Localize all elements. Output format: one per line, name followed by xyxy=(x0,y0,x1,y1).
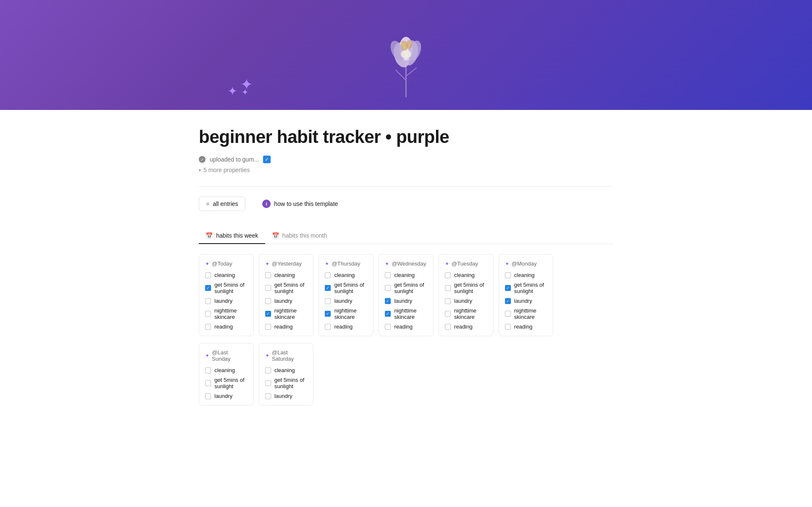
checkbox-checked[interactable]: ✓ xyxy=(325,285,331,291)
day-title-text: @Thursday xyxy=(332,260,360,267)
property-checkbox[interactable]: ✓ xyxy=(263,156,271,163)
checkbox-checked[interactable]: ✓ xyxy=(385,298,391,304)
habit-label: laundry xyxy=(214,393,233,399)
habit-item: cleaning xyxy=(205,367,247,373)
day-card: ✦@Todaycleaning✓get 5mins of sunlightlau… xyxy=(199,254,254,336)
checkbox-unchecked[interactable] xyxy=(205,298,211,304)
checkbox-unchecked[interactable] xyxy=(445,324,451,330)
more-properties-toggle[interactable]: ▾ 5 more properties xyxy=(199,167,613,173)
habit-item: laundry xyxy=(325,298,367,304)
checkbox-checked[interactable]: ✓ xyxy=(265,311,271,317)
checkbox-unchecked[interactable] xyxy=(445,298,451,304)
checkbox-unchecked[interactable] xyxy=(505,311,511,317)
day-card: ✦@Yesterdaycleaningget 5mins of sunlight… xyxy=(259,254,314,336)
day-title-text: @Today xyxy=(212,260,232,267)
day-card: ✦@Last Saturdaycleaningget 5mins of sunl… xyxy=(259,343,314,406)
habit-item: laundry xyxy=(265,298,307,304)
checkbox-unchecked[interactable] xyxy=(385,324,391,330)
habit-label: get 5mins of sunlight xyxy=(394,282,427,294)
checkbox-unchecked[interactable] xyxy=(205,311,211,317)
habit-item: cleaning xyxy=(385,272,427,278)
checkbox-unchecked[interactable] xyxy=(325,272,331,278)
sparkle-icon: ✦ xyxy=(385,261,389,267)
all-entries-button[interactable]: ≡ all entries xyxy=(199,197,245,211)
checkbox-unchecked[interactable] xyxy=(265,272,271,278)
svg-line-2 xyxy=(406,68,417,76)
day-card: ✦@Wednesdaycleaningget 5mins of sunlight… xyxy=(379,254,433,336)
checkbox-checked[interactable]: ✓ xyxy=(505,285,511,291)
checkbox-unchecked[interactable] xyxy=(205,367,211,373)
checkbox-unchecked[interactable] xyxy=(505,324,511,330)
habit-label: get 5mins of sunlight xyxy=(454,282,487,294)
tab-habits-week[interactable]: 📅 habits this week xyxy=(199,228,265,244)
habit-label: cleaning xyxy=(214,367,235,373)
checkbox-unchecked[interactable] xyxy=(385,285,391,291)
habit-item: ✓get 5mins of sunlight xyxy=(205,282,247,294)
habit-item: cleaning xyxy=(265,272,307,278)
checkbox-checked[interactable]: ✓ xyxy=(385,311,391,317)
tab-month-label: habits this month xyxy=(283,232,327,239)
habit-label: get 5mins of sunlight xyxy=(274,377,307,389)
habit-label: reading xyxy=(394,323,412,330)
habit-label: nighttime skincare xyxy=(454,307,487,320)
checkbox-unchecked[interactable] xyxy=(325,324,331,330)
habit-label: laundry xyxy=(274,298,293,304)
checkbox-checked[interactable]: ✓ xyxy=(325,311,331,317)
habit-label: laundry xyxy=(274,393,293,399)
checkbox-unchecked[interactable] xyxy=(265,298,271,304)
checkbox-unchecked[interactable] xyxy=(445,311,451,317)
calendar-icon-week: 📅 xyxy=(206,232,213,239)
sparkle-icon: ✦ xyxy=(265,353,269,359)
day-title-text: @Last Saturday xyxy=(272,349,307,362)
checkbox-unchecked[interactable] xyxy=(265,285,271,291)
checkbox-unchecked[interactable] xyxy=(205,393,211,399)
sparkle-decoration: ✦ ✦ ✦ xyxy=(228,85,249,97)
habit-label: cleaning xyxy=(334,272,354,278)
habit-label: reading xyxy=(274,323,293,330)
checkbox-unchecked[interactable] xyxy=(325,298,331,304)
sparkle-icon: ✦ xyxy=(205,261,209,267)
day-card: ✦@Thursdaycleaning✓get 5mins of sunlight… xyxy=(318,254,373,336)
day-card-title: ✦@Today xyxy=(205,260,247,267)
checkbox-unchecked[interactable] xyxy=(265,324,271,330)
habit-item: get 5mins of sunlight xyxy=(205,377,247,389)
habit-label: laundry xyxy=(454,298,472,304)
habit-label: reading xyxy=(334,323,352,330)
day-card-title: ✦@Monday xyxy=(505,260,547,267)
checkbox-unchecked[interactable] xyxy=(265,393,271,399)
checkbox-unchecked[interactable] xyxy=(385,272,391,278)
habit-item: ✓nighttime skincare xyxy=(265,307,307,320)
habit-label: cleaning xyxy=(274,272,295,278)
habit-label: cleaning xyxy=(394,272,414,278)
divider xyxy=(199,186,613,186)
checkbox-unchecked[interactable] xyxy=(205,324,211,330)
checkbox-unchecked[interactable] xyxy=(265,380,271,386)
property-label: uploaded to gum... xyxy=(210,156,259,163)
habit-item: nighttime skincare xyxy=(205,307,247,320)
how-to-use-link[interactable]: i how to use this template xyxy=(262,200,338,208)
day-card: ✦@Tuesdaycleaningget 5mins of sunlightla… xyxy=(439,254,494,336)
checkbox-checked[interactable]: ✓ xyxy=(205,285,211,291)
checkbox-unchecked[interactable] xyxy=(445,272,451,278)
checkbox-checked[interactable]: ✓ xyxy=(505,298,511,304)
checkbox-unchecked[interactable] xyxy=(505,272,511,278)
habit-item: cleaning xyxy=(325,272,367,278)
chevron-down-icon: ▾ xyxy=(199,168,201,173)
habit-label: cleaning xyxy=(214,272,235,278)
habit-label: laundry xyxy=(394,298,412,304)
calendar-icon-month: 📅 xyxy=(272,232,279,239)
day-card-title: ✦@Tuesday xyxy=(445,260,487,267)
checkbox-unchecked[interactable] xyxy=(265,367,271,373)
day-cards-row2: ✦@Last Sundaycleaningget 5mins of sunlig… xyxy=(199,343,613,406)
check-circle-icon: ✓ xyxy=(199,156,206,163)
day-title-text: @Monday xyxy=(512,260,537,267)
checkbox-unchecked[interactable] xyxy=(445,285,451,291)
checkbox-unchecked[interactable] xyxy=(205,380,211,386)
habit-item: laundry xyxy=(445,298,487,304)
habit-label: cleaning xyxy=(274,367,295,373)
habit-label: reading xyxy=(514,323,532,330)
habit-label: nighttime skincare xyxy=(214,307,247,320)
tab-habits-month[interactable]: 📅 habits this month xyxy=(265,228,334,244)
checkbox-unchecked[interactable] xyxy=(205,272,211,278)
habit-label: get 5mins of sunlight xyxy=(334,282,367,294)
